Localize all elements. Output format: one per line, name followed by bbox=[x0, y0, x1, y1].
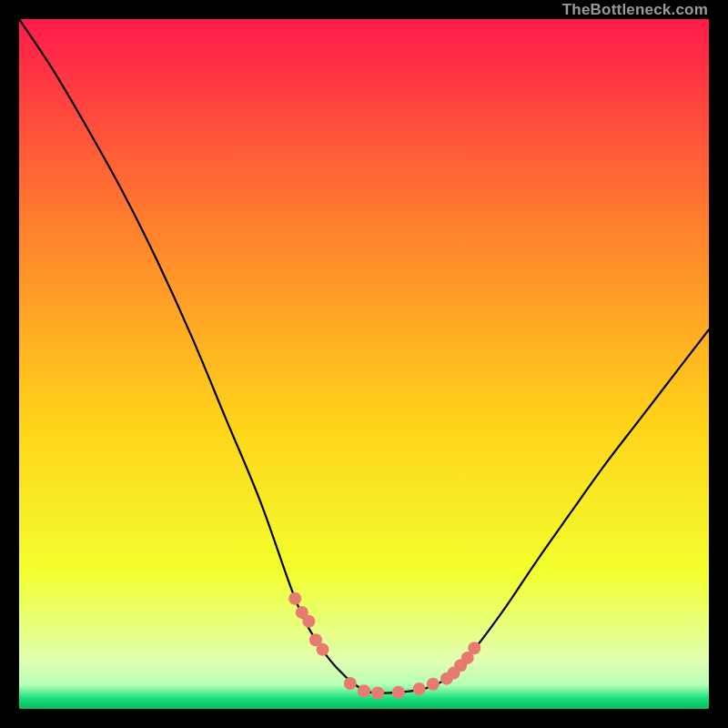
highlight-dot bbox=[427, 678, 440, 691]
highlight-dot bbox=[392, 686, 405, 699]
highlight-dot bbox=[371, 687, 384, 700]
bottleneck-curve bbox=[19, 19, 709, 693]
near-optimal-dots bbox=[288, 592, 480, 700]
curve-layer bbox=[19, 19, 709, 709]
highlight-dot bbox=[344, 677, 357, 690]
highlight-dot bbox=[317, 643, 329, 656]
chart-stage: TheBottleneck.com bbox=[0, 0, 728, 728]
highlight-dot bbox=[413, 682, 426, 695]
highlight-dot bbox=[302, 615, 315, 628]
watermark-text: TheBottleneck.com bbox=[562, 0, 708, 19]
highlight-dot bbox=[468, 642, 480, 654]
highlight-dot bbox=[358, 684, 370, 697]
highlight-dot bbox=[288, 592, 301, 605]
plot-area bbox=[19, 19, 709, 709]
